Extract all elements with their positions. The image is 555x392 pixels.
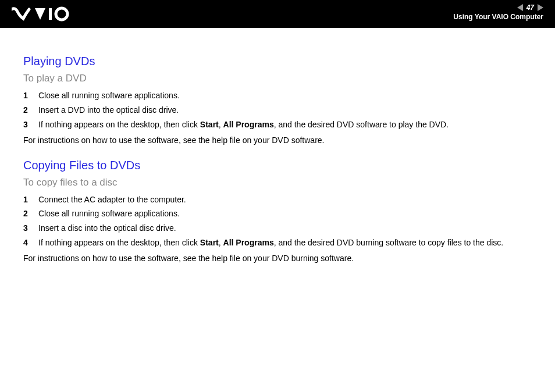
step-number: 3 — [23, 119, 38, 130]
section-note: For instructions on how to use the softw… — [23, 135, 532, 146]
vaio-logo — [12, 6, 76, 24]
svg-point-2 — [56, 8, 67, 20]
svg-marker-0 — [35, 8, 45, 20]
step-item: 4 If nothing appears on the desktop, the… — [23, 237, 532, 248]
step-text: Connect the AC adapter to the computer. — [38, 194, 532, 205]
step-number: 2 — [23, 105, 38, 116]
next-page-icon[interactable] — [538, 4, 543, 11]
page-number: 47 — [526, 3, 534, 12]
section-subtitle: To play a DVD — [23, 73, 532, 84]
step-number: 1 — [23, 90, 38, 101]
step-number: 3 — [23, 223, 38, 234]
page-content: Playing DVDs To play a DVD 1 Close all r… — [0, 28, 555, 264]
svg-rect-1 — [49, 8, 52, 20]
step-item: 1 Close all running software application… — [23, 90, 532, 101]
step-number: 1 — [23, 194, 38, 205]
section-note: For instructions on how to use the softw… — [23, 253, 532, 264]
step-text: If nothing appears on the desktop, then … — [38, 119, 532, 130]
step-item: 3 If nothing appears on the desktop, the… — [23, 119, 532, 130]
section-title: Copying Files to DVDs — [23, 159, 532, 172]
step-text: Insert a DVD into the optical disc drive… — [38, 105, 532, 116]
step-list: 1 Close all running software application… — [23, 90, 532, 130]
breadcrumb: Using Your VAIO Computer — [453, 13, 543, 21]
step-text: Close all running software applications. — [38, 90, 532, 101]
prev-page-icon[interactable] — [517, 4, 523, 11]
section-subtitle: To copy files to a disc — [23, 177, 532, 188]
step-item: 2 Close all running software application… — [23, 208, 532, 219]
step-text: If nothing appears on the desktop, then … — [38, 237, 532, 248]
step-text: Close all running software applications. — [38, 208, 532, 219]
step-item: 1 Connect the AC adapter to the computer… — [23, 194, 532, 205]
step-text: Insert a disc into the optical disc driv… — [38, 223, 532, 234]
step-list: 1 Connect the AC adapter to the computer… — [23, 194, 532, 249]
step-number: 2 — [23, 208, 38, 219]
step-item: 3 Insert a disc into the optical disc dr… — [23, 223, 532, 234]
step-item: 2 Insert a DVD into the optical disc dri… — [23, 105, 532, 116]
page-nav: 47 Using Your VAIO Computer — [453, 3, 543, 21]
section-title: Playing DVDs — [23, 55, 532, 68]
step-number: 4 — [23, 237, 38, 248]
page-header: 47 Using Your VAIO Computer — [0, 0, 555, 28]
